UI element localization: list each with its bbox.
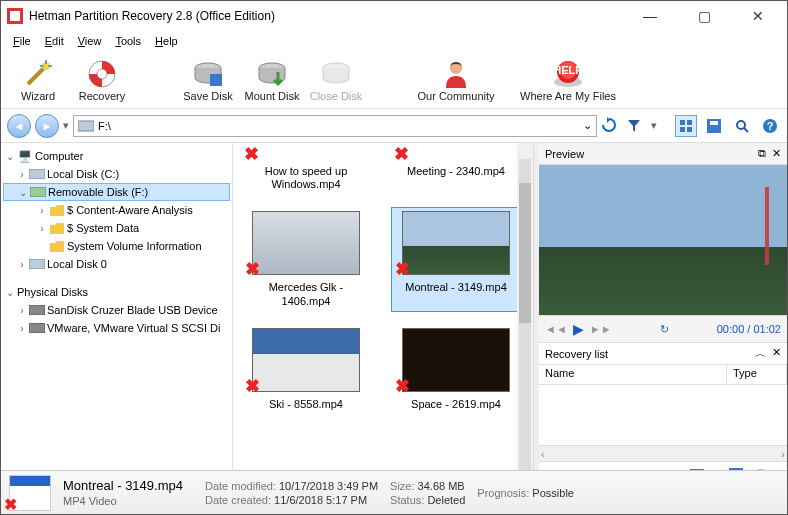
col-type[interactable]: Type: [727, 365, 787, 384]
wand-icon: [22, 58, 54, 90]
tree-system-data[interactable]: ›$ System Data: [3, 219, 230, 237]
recovery-button[interactable]: Recovery: [71, 58, 133, 102]
status-filetype: MP4 Video: [63, 495, 193, 507]
folder-icon: [49, 203, 65, 217]
preview-image: [539, 165, 787, 315]
collapse-icon[interactable]: ︿: [755, 346, 766, 361]
tree-vmware[interactable]: ›VMware, VMware Virtual S SCSI Di: [3, 319, 230, 337]
col-name[interactable]: Name: [539, 365, 727, 384]
disk-icon: [29, 321, 45, 335]
svg-point-21: [737, 121, 745, 129]
address-input[interactable]: F:\ ⌄: [73, 115, 597, 137]
search-button[interactable]: [731, 115, 753, 137]
svg-text:?: ?: [767, 120, 774, 132]
status-bar: ✖ Montreal - 3149.mp4 MP4 Video Date mod…: [1, 470, 787, 514]
view-thumbnails-button[interactable]: [675, 115, 697, 137]
file-item[interactable]: ✖ Meeting - 2340.mp4: [391, 147, 521, 195]
deleted-badge-icon: ✖: [245, 258, 260, 280]
nav-dropdown[interactable]: ▾: [63, 119, 69, 132]
svg-rect-26: [29, 259, 45, 269]
folder-icon: [49, 239, 65, 253]
svg-rect-24: [29, 169, 45, 179]
address-path: F:\: [98, 120, 111, 132]
disk-close-icon: [320, 58, 352, 90]
address-bar: ◄ ► ▾ F:\ ⌄ ▾ ?: [1, 109, 787, 143]
recovery-list-body[interactable]: [539, 385, 787, 445]
filter-button[interactable]: [623, 115, 645, 137]
main-toolbar: Wizard Recovery Save Disk Mount Disk Clo…: [1, 51, 787, 109]
file-item[interactable]: ✖ Space - 2619.mp4: [391, 324, 521, 415]
tree-removable-f[interactable]: ⌄Removable Disk (F:): [3, 183, 230, 201]
svg-rect-27: [29, 305, 45, 315]
svg-rect-14: [78, 121, 94, 131]
drive-icon: [29, 257, 45, 271]
preview-header: Preview ⧉✕: [539, 143, 787, 165]
file-item[interactable]: ✖ Ski - 8558.mp4: [241, 324, 371, 415]
prev-track-button[interactable]: ◄◄: [545, 323, 567, 335]
computer-icon: 🖥️: [17, 149, 33, 163]
preview-popout-icon[interactable]: ⧉: [758, 147, 766, 160]
svg-rect-25: [30, 187, 46, 197]
refresh-button[interactable]: [601, 117, 619, 135]
deleted-badge-icon: ✖: [244, 143, 259, 165]
recovery-close-icon[interactable]: ✕: [772, 346, 781, 361]
svg-point-4: [97, 69, 107, 79]
save-view-button[interactable]: [703, 115, 725, 137]
title-bar: Hetman Partition Recovery 2.8 (Office Ed…: [1, 1, 787, 31]
usb-drive-icon: [30, 185, 46, 199]
svg-rect-6: [210, 74, 222, 86]
minimize-button[interactable]: —: [633, 8, 667, 24]
help-button[interactable]: ?: [759, 115, 781, 137]
tree-sandisk[interactable]: ›SanDisk Cruzer Blade USB Device: [3, 301, 230, 319]
main-area: ⌄🖥️Computer ›Local Disk (C:) ⌄Removable …: [1, 143, 787, 487]
svg-rect-15: [680, 120, 685, 125]
where-files-button[interactable]: HELP Where Are My Files: [513, 58, 623, 102]
tree-computer[interactable]: ⌄🖥️Computer: [3, 147, 230, 165]
disk-save-icon: [192, 58, 224, 90]
menu-file[interactable]: File: [7, 33, 37, 49]
play-button[interactable]: ▶: [573, 321, 584, 337]
address-dropdown[interactable]: ⌄: [583, 119, 592, 132]
preview-close-icon[interactable]: ✕: [772, 147, 781, 160]
disk-icon: [29, 303, 45, 317]
next-track-button[interactable]: ►►: [590, 323, 612, 335]
menu-edit[interactable]: Edit: [39, 33, 70, 49]
back-button[interactable]: ◄: [7, 114, 31, 138]
forward-button[interactable]: ►: [35, 114, 59, 138]
tree-content-aware[interactable]: ›$ Content-Aware Analysis: [3, 201, 230, 219]
folder-icon: [49, 221, 65, 235]
recovery-hscroll[interactable]: ‹›: [539, 445, 787, 461]
svg-rect-20: [710, 121, 718, 125]
maximize-button[interactable]: ▢: [687, 8, 721, 24]
svg-rect-17: [680, 127, 685, 132]
close-button[interactable]: ✕: [741, 8, 775, 24]
file-item[interactable]: ✖ How to speed up Windows.mp4: [241, 147, 371, 195]
drive-icon: [29, 167, 45, 181]
menu-help[interactable]: Help: [149, 33, 184, 49]
app-icon: [7, 8, 23, 24]
person-icon: [440, 58, 472, 90]
right-panel: Preview ⧉✕ ◄◄ ▶ ►► ↻ 00:00 / 01:02 Recov…: [539, 143, 787, 487]
menu-view[interactable]: View: [72, 33, 108, 49]
tree-physical[interactable]: ⌄Physical Disks: [3, 283, 230, 301]
red-button-icon: HELP: [552, 58, 584, 90]
file-item-selected[interactable]: ✖ Montreal - 3149.mp4: [391, 207, 521, 311]
deleted-badge-icon: ✖: [245, 375, 260, 397]
tree-local-c[interactable]: ›Local Disk (C:): [3, 165, 230, 183]
file-grid[interactable]: ✖ How to speed up Windows.mp4 ✖ Meeting …: [233, 143, 534, 487]
menu-tools[interactable]: Tools: [109, 33, 147, 49]
tree-local-0[interactable]: ›Local Disk 0: [3, 255, 230, 273]
wizard-button[interactable]: Wizard: [7, 58, 69, 102]
community-button[interactable]: Our Community: [401, 58, 511, 102]
content-scrollbar[interactable]: [517, 143, 533, 487]
save-disk-button[interactable]: Save Disk: [177, 58, 239, 102]
deleted-badge-icon: ✖: [395, 258, 410, 280]
file-item[interactable]: ✖ Mercedes Glk - 1406.mp4: [241, 207, 371, 311]
playback-time: 00:00 / 01:02: [717, 323, 781, 335]
svg-rect-1: [10, 11, 20, 21]
mount-disk-button[interactable]: Mount Disk: [241, 58, 303, 102]
lifebuoy-icon: [86, 58, 118, 90]
loop-button[interactable]: ↻: [660, 323, 669, 336]
tree-svi[interactable]: System Volume Information: [3, 237, 230, 255]
recovery-list-header: Recovery list ︿✕: [539, 343, 787, 365]
